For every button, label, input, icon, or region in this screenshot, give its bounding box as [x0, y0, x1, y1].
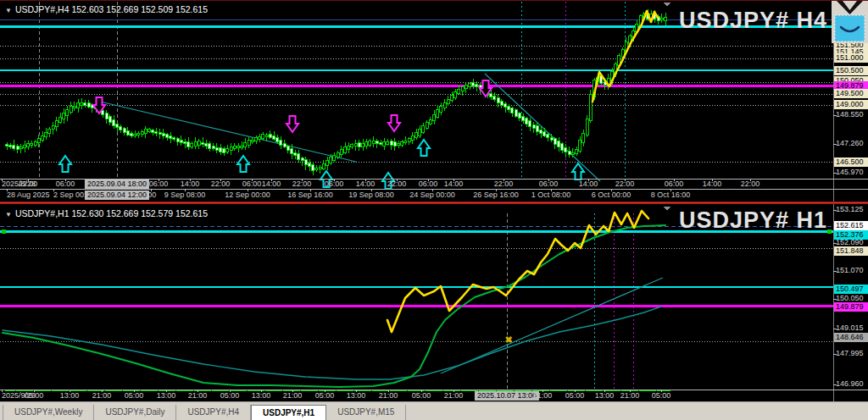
tab-usdjpy-weekly[interactable]: USDJPY#,Weekly [3, 405, 94, 420]
time-label: 22:00 [494, 180, 514, 189]
time-label: 05:00 [412, 391, 431, 401]
corner-logo[interactable] [832, 1, 868, 43]
time-label: 05:00 [315, 391, 335, 401]
watermark-h1: USDJPY# H1 [679, 207, 827, 234]
price-label: 145.970 [834, 168, 868, 177]
line-anchor-handle[interactable] [2, 229, 6, 234]
chart-title-h4: ▼USDJPY#,H4 152.603 152.669 152.509 152.… [5, 4, 208, 14]
time-label: 12 Sep 00:00 [225, 191, 270, 200]
time-label: 21:00 [620, 391, 640, 401]
time-label: 05:00 [652, 391, 671, 401]
price-label: 149.500 [834, 89, 868, 98]
smiley-icon [832, 1, 868, 43]
time-label: 22:00 [211, 180, 231, 189]
trendline[interactable] [485, 74, 600, 181]
time-label: 6 Oct 00:00 [592, 191, 632, 200]
time-label: 2 Sep 00: [53, 191, 86, 200]
time-label: 06:00 [242, 180, 262, 189]
chevron-down-icon[interactable]: ▼ [5, 211, 12, 218]
price-label: 151.848 [834, 246, 868, 256]
time-label: 22:00 [615, 180, 635, 189]
time-label: 22:00 [292, 180, 312, 189]
time-label: 13:00 [347, 391, 366, 401]
price-label: 148.550 [834, 110, 868, 119]
chart-title-text: USDJPY#,H4 152.603 152.669 152.509 152.6… [15, 4, 208, 14]
time-label: 14:00 [579, 180, 598, 189]
time-label: 19 Sep 08:00 [348, 191, 394, 200]
time-label: 06:00 [149, 180, 169, 189]
price-label: 149.015 [834, 323, 868, 333]
chart-window-h1[interactable]: USDJPY# H1 ✖ ▼USDJPY#,H1 152.630 152.669… [0, 204, 868, 401]
time-label: 28 Aug 2025 [7, 191, 50, 200]
chevron-down-icon[interactable]: ▼ [5, 7, 12, 14]
time-label: 13:00 [595, 391, 615, 401]
chart-window-h4[interactable]: USDJPY# H4 ▼USDJPY#,H4 152.603 152.669 1… [0, 0, 868, 202]
selected-time-label: 2025.09.04 12:00 [85, 191, 149, 200]
zigzag-line [387, 211, 648, 332]
chart-tab-strip: USDJPY#,WeeklyUSDJPY#,DailyUSDJPY#,H4USD… [0, 401, 868, 420]
time-label: 21:00 [188, 391, 208, 401]
time-label: 14:00 [262, 180, 281, 189]
window-separator[interactable] [0, 202, 868, 204]
time-label: :00 [146, 191, 157, 200]
time-label: 21:00 [379, 391, 398, 401]
time-label: 13:00 [60, 391, 80, 401]
selected-time-label: 2025.09.04 18:00 [85, 180, 149, 189]
time-label: 21:00 [283, 391, 303, 401]
time-label: 21:00 [533, 391, 553, 401]
buy-signal-arrow-icon [418, 140, 430, 156]
price-label: 150.497 [834, 285, 868, 294]
time-label: 06:00 [56, 180, 75, 189]
time-label: 14:00 [703, 180, 722, 189]
line-anchor-handle[interactable] [827, 229, 832, 234]
tab-usdjpy-h4[interactable]: USDJPY#,H4 [176, 405, 251, 420]
selected-time-label: 2025.10.07 13:00 [475, 391, 539, 401]
price-label: 146.960 [834, 379, 868, 389]
watermark-h4: USDJPY# H4 [679, 8, 827, 34]
slow-ma-line [3, 307, 661, 379]
time-label: 06:00 [665, 180, 684, 189]
time-label: 06:00 [419, 180, 438, 189]
time-label: 14:00 [356, 180, 376, 189]
price-label: 151.000 [834, 53, 868, 63]
time-label: 8 Oct 16:00 [651, 191, 691, 200]
time-label: 06:00 [539, 180, 559, 189]
time-label: 21:00 [444, 391, 464, 401]
buy-signal-arrow-icon [572, 163, 584, 180]
tab-usdjpy-daily[interactable]: USDJPY#,Daily [94, 405, 176, 420]
buy-signal-arrow-icon [237, 156, 249, 172]
time-label: 9 Sep 08:00 [164, 191, 206, 200]
price-label: 153.125 [834, 205, 868, 214]
time-label: 14:00 [444, 180, 464, 189]
price-label: 146.500 [834, 158, 868, 167]
time-label: 26 Sep 16:00 [473, 191, 519, 200]
price-label: 150.500 [834, 66, 868, 75]
time-label: 22:00 [741, 180, 760, 189]
price-label: 149.000 [834, 100, 868, 109]
metatrader-workspace: USDJPY# H4 ▼USDJPY#,H4 152.603 152.669 1… [0, 0, 868, 420]
tab-usdjpy-h1[interactable]: USDJPY#,H1 [251, 405, 326, 420]
price-label: 147.260 [834, 139, 868, 148]
price-label: 148.646 [834, 333, 868, 342]
time-label: 21:00 [92, 391, 112, 401]
time-label: 05:00 [25, 391, 44, 401]
time-label: 1 Oct 08:00 [531, 191, 571, 200]
x-mark-icon: ✖ [504, 334, 512, 345]
time-label: 22:00 [387, 180, 407, 189]
time-label: 13:00 [157, 391, 176, 401]
buy-signal-arrow-icon [59, 156, 71, 172]
chart-tabs: USDJPY#,WeeklyUSDJPY#,DailyUSDJPY#,H4USD… [0, 405, 868, 420]
price-label: 149.879 [834, 302, 868, 312]
tab-usdjpy-m15[interactable]: USDJPY#,M15 [326, 405, 406, 420]
chart-shift-marker[interactable] [664, 3, 670, 7]
chart-title-text: USDJPY#,H1 152.630 152.669 152.579 152.6… [15, 208, 208, 218]
chart-shift-marker[interactable] [664, 207, 670, 211]
time-label: 06:00 [325, 180, 344, 189]
time-label: 16 Sep 16:00 [287, 191, 333, 200]
price-label: 147.995 [834, 349, 868, 358]
time-label: 14:00 [181, 180, 200, 189]
chart-title-h1: ▼USDJPY#,H1 152.630 152.669 152.579 152.… [5, 208, 208, 218]
time-label: 05:00 [125, 391, 144, 401]
time-label: 24 Sep 00:00 [409, 191, 455, 200]
time-label: 13:00 [252, 391, 271, 401]
